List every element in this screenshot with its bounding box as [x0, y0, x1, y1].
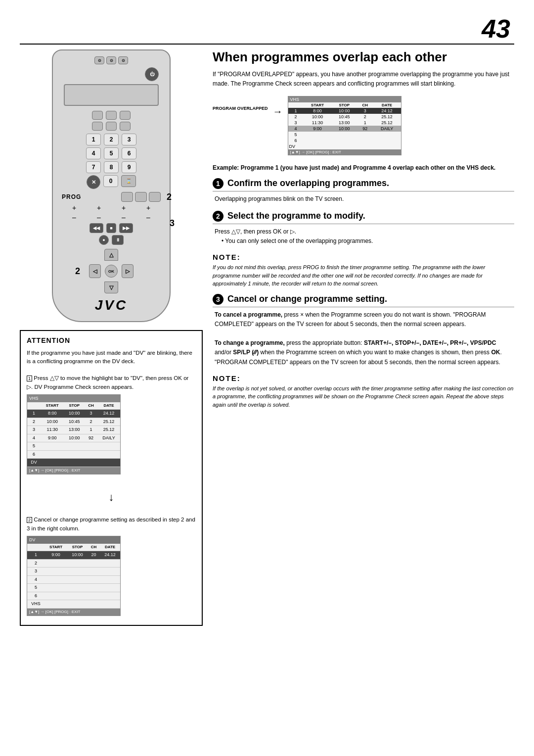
down-btn[interactable]: ▽	[104, 282, 118, 293]
left-column: ⊙ ⊙ ⊙ ⏻	[20, 49, 203, 736]
note-1-box: NOTE: If you do not mind this overlap, p…	[213, 253, 514, 288]
remote-body: ⊙ ⊙ ⊙ ⏻	[52, 49, 171, 322]
attention-vhs-screen: VHS STARTSTOPCHDATE 18:0010:00324.12 210…	[27, 394, 121, 474]
minus-sign: –	[97, 213, 101, 221]
jvc-logo: JVC	[59, 297, 164, 313]
attention-box: ATTENTION If the programme you have just…	[20, 330, 203, 626]
remote-btn[interactable]	[106, 122, 117, 131]
plus-sign: +	[146, 204, 150, 212]
attention-dv-screen: DV STARTSTOPCHDATE 19:0010:002024.12 2 3…	[27, 536, 121, 616]
step-3-section: 3 Cancel or change programme setting. To…	[213, 294, 514, 367]
step-2-number: 2	[213, 211, 223, 222]
minus-sign: –	[146, 213, 150, 221]
pause-btn[interactable]: ⏸	[112, 235, 124, 245]
remote-num-5[interactable]: 5	[104, 147, 119, 159]
remote-num-9[interactable]: 9	[122, 161, 136, 173]
left-btn[interactable]: ◁	[89, 264, 101, 278]
step-2-title: Select the programme to modify.	[227, 211, 365, 221]
remote-btn[interactable]	[92, 111, 103, 120]
program-overlapped-display: PROGRAM OVERLAPPED → VHS STARTSTOPCHDATE…	[213, 96, 514, 155]
step-2-indicator-top: 2	[167, 192, 172, 202]
note-2-body: If the overlap is not yet solved, or ano…	[213, 384, 514, 409]
prog-btn-3[interactable]	[149, 192, 161, 202]
prog-label: PROG	[62, 193, 81, 200]
step-1-header: 1 Confirm the overlapping programmes.	[213, 178, 514, 191]
step-1-section: 1 Confirm the overlapping programmes. Ov…	[213, 178, 514, 204]
page-number: 43	[482, 14, 510, 44]
remote-btn[interactable]	[120, 111, 131, 120]
step-2-header: 2 Select the programme to modify.	[213, 211, 514, 224]
remote-small-btn[interactable]: ⊙	[106, 56, 116, 64]
remote-small-btn[interactable]: ⊙	[94, 56, 104, 64]
ffwd-btn[interactable]: ▶▶	[119, 223, 133, 233]
remote-cancel-btn[interactable]: ✕	[87, 175, 100, 189]
remote-screen	[64, 84, 159, 106]
attention-body: If the programme you have just made and …	[27, 349, 196, 616]
step-3-header: 3 Cancel or change programme setting.	[213, 294, 514, 307]
record-btn[interactable]: ●	[99, 235, 109, 245]
power-button[interactable]: ⏻	[145, 67, 159, 81]
minus-sign: –	[122, 213, 126, 221]
remote-num-0[interactable]: 0	[103, 175, 118, 187]
remote-num-4[interactable]: 4	[86, 147, 101, 159]
note-2-box: NOTE: If the overlap is not yet solved, …	[213, 374, 514, 409]
remote-num-1[interactable]: 1	[86, 134, 101, 145]
arrow-down: ↓	[27, 489, 196, 505]
step-1-title: Confirm the overlapping programmes.	[227, 178, 389, 189]
plus-sign: +	[72, 204, 76, 212]
vhs-overlap-screen: VHS STARTSTOPCHDATE 18:0010:00324:12 210…	[288, 96, 401, 155]
plus-sign: +	[97, 204, 101, 212]
example-text: Example: Programme 1 (you have just made…	[213, 163, 514, 172]
remote-func-btn[interactable]: ⌛	[121, 175, 136, 187]
remote-btn[interactable]	[92, 122, 103, 131]
step-2-section: 2 Select the programme to modify. Press …	[213, 211, 514, 246]
plus-sign: +	[122, 204, 126, 212]
remote-num-7[interactable]: 7	[86, 161, 101, 173]
attention-title: ATTENTION	[27, 336, 196, 346]
top-rule	[20, 44, 514, 45]
ok-btn[interactable]: OK	[105, 265, 118, 278]
step-3-indicator: 3	[170, 218, 175, 229]
step-3-number: 3	[213, 294, 223, 305]
page-title: When programmes overlap each other	[213, 49, 514, 65]
note-2-title: NOTE:	[213, 374, 514, 382]
remote-num-6[interactable]: 6	[122, 147, 136, 159]
program-overlapped-label: PROGRAM OVERLAPPED	[213, 106, 268, 111]
right-column: When programmes overlap each other If "P…	[213, 49, 514, 736]
up-btn[interactable]: △	[104, 249, 118, 261]
step-2-indicator-bottom: 2	[75, 266, 80, 277]
step-3-body: To cancel a programme, press × when the …	[213, 310, 514, 367]
right-btn[interactable]: ▷	[122, 264, 134, 278]
minus-sign: –	[72, 213, 76, 221]
step-1-body: Overlapping programmes blink on the TV s…	[213, 194, 514, 204]
remote-small-btn[interactable]: ⊙	[118, 56, 128, 64]
vhs-screen-header: VHS	[288, 96, 401, 102]
remote-btn[interactable]	[106, 111, 117, 120]
remote-num-3[interactable]: 3	[122, 134, 136, 145]
step-2-body: Press △▽, then press OK or ▷. You can on…	[213, 227, 514, 246]
intro-text: If "PROGRAM OVERLAPPED" appears, you hav…	[213, 70, 514, 89]
remote-num-8[interactable]: 8	[104, 161, 119, 173]
step-3-title: Cancel or change programme setting.	[227, 294, 387, 304]
remote-illustration: ⊙ ⊙ ⊙ ⏻	[42, 49, 180, 322]
prog-btn-1[interactable]	[121, 192, 133, 202]
step-1-number: 1	[213, 178, 223, 189]
prog-btn-2[interactable]	[135, 192, 147, 202]
remote-btn[interactable]	[120, 122, 131, 131]
arrow-right-icon: →	[273, 106, 283, 117]
stop-btn[interactable]: ■	[106, 223, 116, 233]
rewind-btn[interactable]: ◀◀	[89, 223, 103, 233]
remote-num-2[interactable]: 2	[104, 134, 119, 145]
note-1-title: NOTE:	[213, 253, 514, 261]
note-1-body: If you do not mind this overlap, press P…	[213, 263, 514, 288]
